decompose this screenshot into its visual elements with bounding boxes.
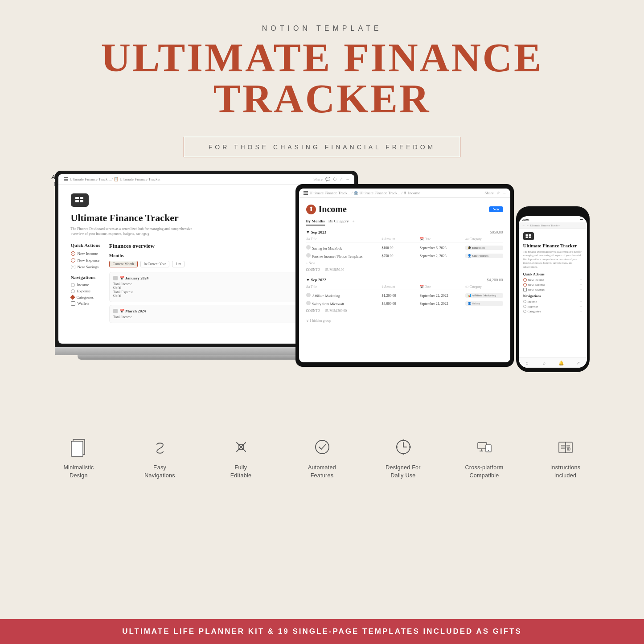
phone-nav-expense[interactable]: Expense ···· bbox=[523, 305, 582, 308]
view-tab-months[interactable]: By Months bbox=[306, 219, 325, 226]
nav-expense[interactable]: Expense bbox=[71, 289, 100, 293]
subtitle-text: FOR THOSE CHASING FINANCIAL FREEDOM bbox=[209, 144, 435, 151]
quick-actions-title: Quick Actions bbox=[71, 242, 100, 248]
phone-notch bbox=[541, 211, 564, 213]
svg-point-20 bbox=[409, 446, 411, 448]
phone-savings-icon bbox=[523, 288, 527, 291]
crossplatform-icon bbox=[472, 435, 497, 459]
svg-point-13 bbox=[316, 440, 329, 454]
action-new-expense[interactable]: + New Expense bbox=[71, 258, 100, 263]
phone-bottom-bar: ⌂ ⌕ 🔔 ↗ bbox=[519, 357, 587, 368]
action-new-income[interactable]: + New Income bbox=[71, 251, 100, 256]
phone-content: Ultimate Finance Tracker The Finance Das… bbox=[519, 229, 587, 318]
main-title: ULTIMATE FINANCE TRACKER bbox=[0, 37, 644, 119]
svg-rect-1 bbox=[75, 200, 79, 202]
phone-status-bar: 22:03 ▪▪▪ bbox=[519, 216, 587, 222]
phone-nav-income[interactable]: Income ···· bbox=[523, 300, 582, 304]
phone-action-income[interactable]: New Income ···· bbox=[523, 278, 582, 282]
phone-action-savings[interactable]: New Savings ···· bbox=[523, 288, 582, 291]
laptop-topbar-right: Share 💬 ⏱ ☆ ··· bbox=[313, 177, 349, 181]
sep2023-count-row: COUNT 2 SUM $850.00 bbox=[306, 267, 503, 273]
svg-point-19 bbox=[396, 446, 398, 448]
phone-topbar: ← ← Ultimate Finance Tracker bbox=[519, 222, 587, 229]
svg-point-17 bbox=[402, 439, 404, 441]
nav-categories-diamond bbox=[70, 295, 75, 300]
phone-share-icon[interactable]: ↗ bbox=[575, 360, 581, 366]
phone-search-icon[interactable]: ⌕ bbox=[541, 360, 547, 366]
phone-income-label: New Income bbox=[528, 278, 544, 282]
phone-frame: 22:03 ▪▪▪ ← ← Ultimate Finance Tracker bbox=[516, 206, 590, 372]
phone-signal: ▪▪▪ bbox=[580, 218, 583, 222]
editable-icon bbox=[229, 435, 254, 459]
phone-screen: 22:03 ▪▪▪ ← ← Ultimate Finance Tracker bbox=[519, 216, 587, 368]
tablet-topbar: Ultimate Finance Track... / 🏦 Ultimate F… bbox=[299, 189, 510, 198]
tab-current-year[interactable]: In Current Year bbox=[140, 261, 170, 267]
nav-wallets[interactable]: Wallets bbox=[71, 301, 100, 306]
sep2023-table-header: Aa Title # Amount 📅 Date 🏷 Category bbox=[306, 236, 503, 242]
laptop-page-icon bbox=[71, 193, 89, 207]
comment-icon: 💬 bbox=[325, 177, 330, 181]
share-label[interactable]: Share bbox=[313, 177, 323, 181]
tab-current-month[interactable]: Current Month bbox=[109, 261, 138, 267]
feature-crossplatform: Cross-platformCompatible bbox=[455, 435, 513, 480]
nav-wallets-icon bbox=[71, 301, 75, 306]
phone-notif-icon[interactable]: 🔔 bbox=[558, 360, 564, 366]
dots-icon: ··· bbox=[346, 177, 349, 181]
nav-income[interactable]: Income bbox=[71, 283, 100, 287]
footer-banner: ULTIMATE LIFE PLANNER KIT & 19 SINGLE-PA… bbox=[0, 619, 644, 644]
nav-wallets-label: Wallets bbox=[78, 301, 90, 306]
navigations-label: EasyNavigations bbox=[144, 464, 175, 480]
nav-categories[interactable]: Categories bbox=[71, 295, 100, 299]
action-savings-label: New Savings bbox=[78, 265, 99, 269]
phone-action-expense[interactable]: New Expense ···· bbox=[523, 283, 582, 287]
phone-nav-categories-dot bbox=[523, 310, 526, 313]
tablet-share[interactable]: Share bbox=[484, 191, 494, 195]
back-arrow[interactable]: ← bbox=[522, 224, 525, 227]
feature-automated: AutomatedFeatures bbox=[293, 435, 351, 480]
laptop-nav-section: Navigations Income Expense bbox=[71, 275, 100, 306]
instructions-icon bbox=[553, 435, 578, 459]
table-row: Salary from Microsoft $3,000.00 Septembe… bbox=[306, 299, 503, 308]
sep2022-group: ▼ Sep 2022 $4,200.00 Aa Title # Amount 📅… bbox=[306, 278, 503, 314]
view-tab-plus[interactable]: + bbox=[353, 219, 355, 226]
phone-nav-categories[interactable]: Categories ···· bbox=[523, 310, 582, 313]
svg-rect-0 bbox=[75, 197, 79, 199]
phone-nav-title: Navigations bbox=[523, 294, 582, 298]
tablet-topbar-right: Share ☆ ··· bbox=[484, 191, 505, 195]
instructions-label: InstructionsIncluded bbox=[550, 464, 581, 480]
tablet-star: ☆ bbox=[496, 191, 500, 195]
sep2022-header: ▼ Sep 2022 $4,200.00 bbox=[306, 278, 503, 282]
sep2022-table-header: Aa Title # Amount 📅 Date 🏷 Category bbox=[306, 284, 503, 290]
tablet-hamburger bbox=[304, 191, 308, 195]
features-section: MinimalisticDesign EasyNavigations Fully… bbox=[50, 435, 595, 480]
laptop-topbar-left: Ultimate Finance Track... / 📋 Ultimate F… bbox=[64, 177, 161, 181]
phone-expense-label: New Expense bbox=[528, 283, 546, 287]
notion-template-label: NOTION TEMPLATE bbox=[0, 25, 644, 33]
phone-income-dot bbox=[523, 278, 527, 282]
feature-daily: Designed ForDaily Use bbox=[374, 435, 432, 480]
action-new-savings[interactable]: ≡ New Savings bbox=[71, 265, 100, 269]
tablet-content: ⬆ Income New By Months By Category + bbox=[299, 198, 510, 329]
new-button[interactable]: New bbox=[489, 206, 503, 212]
svg-rect-2 bbox=[80, 197, 83, 199]
phone-expense-dot bbox=[523, 283, 527, 287]
category-badge-3: 📊 Affiliate Marketing bbox=[465, 293, 503, 298]
nav-title: Navigations bbox=[71, 275, 100, 280]
feature-navigations: EasyNavigations bbox=[131, 435, 189, 480]
navigations-icon bbox=[148, 435, 172, 459]
nav-income-dot bbox=[71, 283, 75, 287]
row-icon bbox=[306, 301, 311, 305]
nav-categories-label: Categories bbox=[77, 295, 94, 299]
tablet-topbar-left: Ultimate Finance Track... / 🏦 Ultimate F… bbox=[304, 191, 420, 195]
svg-rect-21 bbox=[478, 443, 487, 449]
phone-nav-income-dot bbox=[523, 300, 526, 303]
svg-rect-9 bbox=[71, 441, 83, 456]
table-row: Affiliate Marketing $1,200.00 September … bbox=[306, 291, 503, 299]
view-tab-category[interactable]: By Category bbox=[328, 219, 349, 226]
phone-home-icon[interactable]: ⌂ bbox=[524, 360, 530, 366]
cal-icon-march bbox=[113, 309, 118, 313]
minimalistic-label: MinimalisticDesign bbox=[63, 464, 94, 480]
svg-rect-5 bbox=[525, 237, 528, 238]
feature-editable: FullyEditable bbox=[212, 435, 270, 480]
phone-page-title: Ultimate Finance Tracker bbox=[523, 243, 582, 248]
